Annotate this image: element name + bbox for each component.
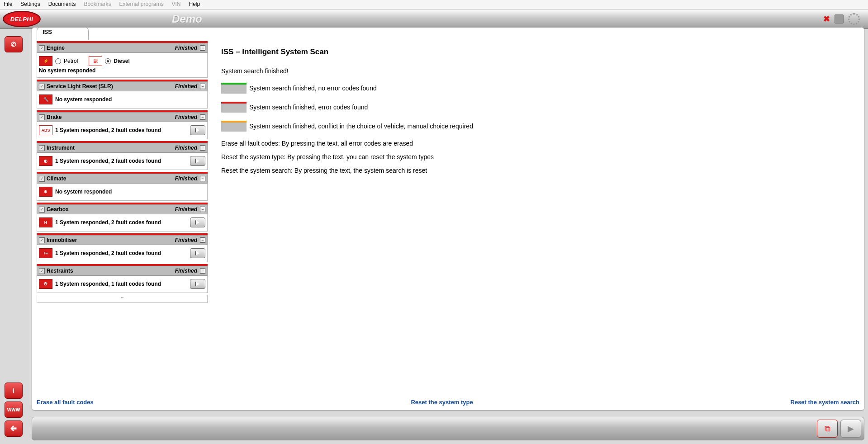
lower-bar: ⧉ ▶	[32, 417, 864, 440]
checkbox-icon[interactable]: ✓	[39, 176, 45, 182]
legend-swatch-red-icon	[221, 102, 247, 113]
spinner-icon	[848, 13, 860, 25]
legend-swatch-orange-icon	[221, 121, 247, 132]
group-title: Service Light Reset (SLR)	[47, 83, 175, 90]
link-erase-faults[interactable]: Erase all fault codes	[37, 399, 94, 406]
toolbar-icons: ✖	[823, 13, 860, 25]
info-erase: Erase all fault codes: By pressing the t…	[221, 140, 855, 147]
menu-vin[interactable]: VIN	[171, 1, 180, 8]
proceed-button[interactable]	[190, 279, 205, 289]
legend-row-red: System search finished, error codes foun…	[221, 102, 855, 113]
checkbox-icon[interactable]: ✓	[39, 145, 45, 151]
proceed-button[interactable]	[190, 125, 205, 135]
group-status: Finished	[175, 114, 197, 120]
checkbox-icon[interactable]: ✓	[39, 84, 45, 90]
brake-msg: 1 System responded, 2 fault codes found	[55, 127, 161, 133]
rail-info-button[interactable]: i	[5, 383, 23, 399]
abs-icon: ABS	[39, 125, 52, 135]
proceed-button[interactable]	[190, 156, 205, 166]
app-toolbar: DELPHI Demo ✖	[0, 9, 868, 29]
checkbox-icon[interactable]: ✓	[39, 268, 45, 274]
group-title: Restraints	[47, 268, 175, 274]
play-button[interactable]: ▶	[840, 420, 861, 438]
engine-petrol-icon: ⚡	[39, 56, 52, 66]
slr-msg: No system responded	[55, 96, 112, 103]
collapse-icon[interactable]: −	[200, 268, 205, 274]
airbag-icon: ⛑	[39, 279, 52, 289]
collapse-icon[interactable]: −	[200, 114, 205, 120]
collapse-icon[interactable]: −	[200, 45, 205, 51]
group-engine: ✓ Engine Finished − ⚡ Petrol ⛽ Diesel	[37, 41, 208, 78]
radio-diesel[interactable]	[105, 58, 111, 64]
menu-bookmarks[interactable]: Bookmarks	[84, 1, 111, 8]
group-restraints: ✓ Restraints Finished − ⛑ 1 System respo…	[37, 264, 208, 293]
group-title: Instrument	[47, 145, 175, 151]
calendar-icon[interactable]	[835, 14, 844, 24]
rail-back-button[interactable]: 🡰	[5, 420, 23, 437]
checkbox-icon[interactable]: ✓	[39, 114, 45, 120]
gauge-icon: ◐	[39, 156, 52, 166]
brand-logo: DELPHI	[3, 11, 41, 27]
legend-row-orange: System search finished, conflict in the …	[221, 121, 855, 132]
panel-tab: ISS	[37, 27, 89, 40]
group-header[interactable]: ✓ Service Light Reset (SLR) Finished −	[37, 81, 208, 91]
info-reset-type: Reset the system type: By pressing the t…	[221, 153, 855, 161]
group-header[interactable]: ✓ Instrument Finished −	[37, 143, 208, 153]
immobiliser-msg: 1 System responded, 2 fault codes found	[55, 250, 161, 256]
menu-settings[interactable]: Settings	[20, 1, 40, 8]
menu-bar: File Settings Documents Bookmarks Extern…	[0, 0, 868, 9]
horizontal-scrollbar[interactable]: '''	[37, 295, 208, 303]
checkbox-icon[interactable]: ✓	[39, 207, 45, 213]
proceed-button[interactable]	[190, 248, 205, 258]
left-rail: ✆ i WWW 🡰	[5, 36, 24, 439]
group-status: Finished	[175, 175, 197, 182]
group-status: Finished	[175, 268, 197, 274]
group-header[interactable]: ✓ Gearbox Finished −	[37, 204, 208, 214]
scan-list[interactable]: ✓ Engine Finished − ⚡ Petrol ⛽ Diesel	[32, 39, 212, 410]
group-header[interactable]: ✓ Engine Finished −	[37, 43, 208, 53]
rail-phone-button[interactable]: ✆	[5, 36, 23, 52]
collapse-icon[interactable]: −	[200, 145, 205, 151]
link-reset-search[interactable]: Reset the system search	[791, 399, 859, 406]
proceed-button[interactable]	[190, 217, 205, 227]
collapse-icon[interactable]: −	[200, 207, 205, 212]
checkbox-icon[interactable]: ✓	[39, 45, 45, 51]
hierarchy-button[interactable]: ⧉	[817, 420, 838, 438]
restraints-msg: 1 System responded, 1 fault codes found	[55, 281, 161, 287]
collapse-icon[interactable]: −	[200, 237, 205, 243]
link-reset-type[interactable]: Reset the system type	[411, 399, 473, 406]
menu-documents[interactable]: Documents	[48, 1, 76, 8]
checkbox-icon[interactable]: ✓	[39, 237, 45, 243]
group-header[interactable]: ✓ Immobiliser Finished −	[37, 235, 208, 245]
group-header[interactable]: ✓ Restraints Finished −	[37, 266, 208, 276]
legend-swatch-green-icon	[221, 83, 247, 94]
menu-external[interactable]: External programs	[119, 1, 163, 8]
group-gearbox: ✓ Gearbox Finished − H 1 System responde…	[37, 203, 208, 231]
menu-file[interactable]: File	[4, 1, 12, 8]
close-icon[interactable]: ✖	[823, 14, 830, 24]
group-status: Finished	[175, 237, 197, 243]
legend-text: System search finished, no error codes f…	[249, 85, 377, 92]
group-immobiliser: ✓ Immobiliser Finished − 🗝 1 System resp…	[37, 233, 208, 262]
legend-row-green: System search finished, no error codes f…	[221, 83, 855, 94]
info-finished: System search finished!	[221, 67, 855, 75]
group-status: Finished	[175, 83, 197, 90]
group-header[interactable]: ✓ Brake Finished −	[37, 112, 208, 122]
collapse-icon[interactable]: −	[200, 84, 205, 89]
snowflake-icon: ❄	[39, 187, 52, 197]
rail-www-button[interactable]: WWW	[5, 401, 23, 418]
group-header[interactable]: ✓ Climate Finished −	[37, 174, 208, 184]
engine-diesel-icon: ⛽	[89, 56, 102, 66]
info-pane: ISS – Intelligent System Scan System sea…	[212, 39, 864, 410]
group-title: Brake	[47, 114, 175, 120]
radio-petrol[interactable]	[55, 58, 61, 64]
fuel-diesel-label: Diesel	[114, 58, 129, 64]
instrument-msg: 1 System responded, 2 fault codes found	[55, 158, 161, 164]
gearbox-msg: 1 System responded, 2 fault codes found	[55, 219, 161, 226]
menu-help[interactable]: Help	[189, 1, 200, 8]
group-title: Engine	[47, 45, 175, 51]
legend-text: System search finished, conflict in the …	[249, 123, 473, 130]
collapse-icon[interactable]: −	[200, 176, 205, 181]
group-title: Climate	[47, 175, 175, 182]
group-brake: ✓ Brake Finished − ABS 1 System responde…	[37, 110, 208, 139]
